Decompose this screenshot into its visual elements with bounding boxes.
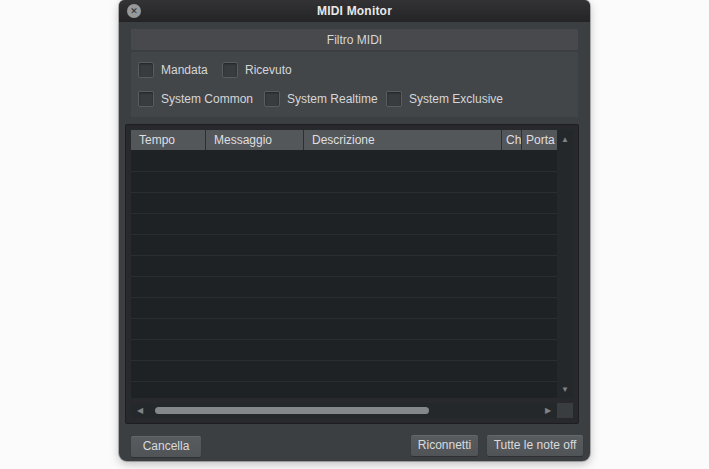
scroll-left-icon[interactable]: ◀	[133, 405, 147, 416]
checkbox-box-icon[interactable]	[264, 91, 280, 107]
filter-section-header: Filtro MIDI	[131, 29, 578, 50]
checkbox-label: System Exclusive	[409, 92, 503, 106]
table-rows-viewport[interactable]	[131, 150, 557, 398]
column-header-messaggio[interactable]: Messaggio	[206, 130, 304, 150]
scrollbar-corner	[557, 403, 573, 418]
close-icon: ✕	[130, 7, 138, 16]
midi-monitor-window: ✕ MIDI Monitor Filtro MIDI Mandata Ricev…	[119, 0, 590, 461]
column-header-descrizione[interactable]: Descrizione	[304, 130, 502, 150]
checkbox-label: Ricevuto	[245, 63, 292, 77]
checkbox-box-icon[interactable]	[138, 62, 154, 78]
checkbox-system-exclusive[interactable]: System Exclusive	[386, 90, 503, 107]
checkbox-label: System Common	[161, 92, 253, 106]
checkbox-mandata[interactable]: Mandata	[138, 61, 208, 78]
horizontal-scrollbar[interactable]: ◀ ▶	[131, 403, 557, 418]
column-header-tempo[interactable]: Tempo	[131, 130, 206, 150]
column-header-ch[interactable]: Ch	[502, 130, 522, 150]
close-button[interactable]: ✕	[127, 4, 141, 18]
clear-button[interactable]: Cancella	[131, 436, 201, 457]
vertical-scrollbar[interactable]: ▲ ▼	[557, 130, 573, 398]
all-notes-off-button[interactable]: Tutte le note off	[487, 435, 583, 456]
checkbox-label: System Realtime	[287, 92, 378, 106]
filter-section-title: Filtro MIDI	[327, 33, 382, 47]
checkbox-box-icon[interactable]	[138, 91, 154, 107]
filter-panel: Mandata Ricevuto System Common System Re…	[131, 52, 578, 117]
checkbox-ricevuto[interactable]: Ricevuto	[222, 61, 292, 78]
window-titlebar[interactable]: ✕ MIDI Monitor	[119, 0, 590, 22]
scroll-up-icon[interactable]: ▲	[557, 134, 573, 146]
checkbox-label: Mandata	[161, 63, 208, 77]
checkbox-system-realtime[interactable]: System Realtime	[264, 90, 378, 107]
midi-events-table: Tempo Messaggio Descrizione Ch Porta ▲ ▼…	[125, 124, 579, 424]
table-header-row: Tempo Messaggio Descrizione Ch Porta	[131, 130, 557, 150]
reconnect-button[interactable]: Riconnetti	[411, 435, 478, 456]
horizontal-scrollbar-thumb[interactable]	[155, 407, 429, 414]
window-title: MIDI Monitor	[317, 4, 392, 18]
checkbox-box-icon[interactable]	[222, 62, 238, 78]
column-header-porta[interactable]: Porta	[522, 130, 557, 150]
checkbox-system-common[interactable]: System Common	[138, 90, 253, 107]
checkbox-box-icon[interactable]	[386, 91, 402, 107]
scroll-down-icon[interactable]: ▼	[557, 384, 573, 396]
scroll-right-icon[interactable]: ▶	[541, 405, 555, 416]
